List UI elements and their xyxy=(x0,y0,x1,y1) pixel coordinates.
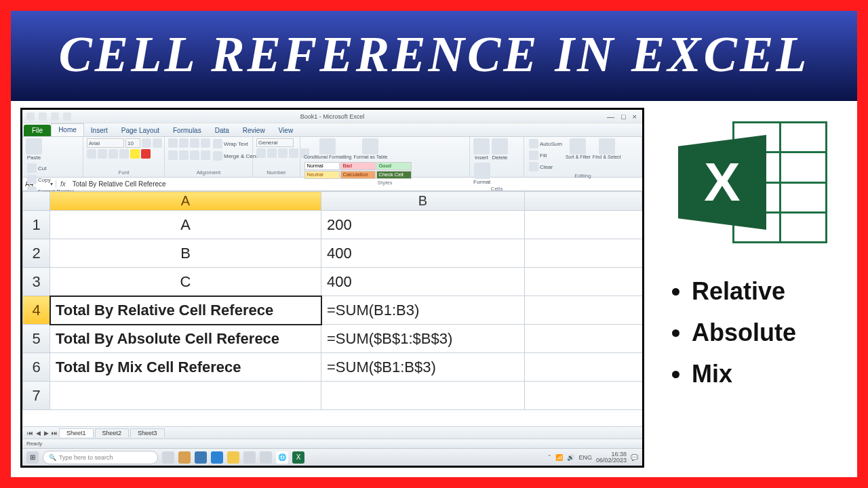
insert-cells-icon[interactable] xyxy=(473,138,490,155)
cell-B1[interactable]: 200 xyxy=(321,211,525,239)
cell-styles-gallery[interactable]: NormalBadGoodNeutralCalculationCheck Cel… xyxy=(304,161,416,179)
tab-review[interactable]: Review xyxy=(236,125,272,136)
sort-filter-icon[interactable] xyxy=(570,138,586,155)
taskbar-app-1[interactable] xyxy=(178,451,191,464)
edge-icon[interactable] xyxy=(211,451,223,464)
cell-rest-2[interactable] xyxy=(525,239,642,268)
italic-icon[interactable] xyxy=(98,149,107,159)
tab-file[interactable]: File xyxy=(24,125,51,136)
quick-access-toolbar[interactable] xyxy=(22,113,71,121)
maximize-icon[interactable]: □ xyxy=(621,113,626,121)
tray-wifi-icon[interactable]: 📶 xyxy=(555,454,563,461)
tab-nav-prev-icon[interactable]: ◀ xyxy=(35,430,41,436)
currency-icon[interactable] xyxy=(256,148,266,158)
explorer-icon[interactable] xyxy=(227,451,239,464)
copy-button[interactable]: Copy xyxy=(26,174,75,185)
cell-grid[interactable]: A B 1A2002B4003C4004Total By Relative Ce… xyxy=(22,191,642,426)
start-button[interactable]: ⊞ xyxy=(26,451,39,464)
cell-B2[interactable]: 400 xyxy=(321,239,525,268)
style-neutral[interactable]: Neutral xyxy=(304,171,340,179)
tab-view[interactable]: View xyxy=(272,125,300,136)
grow-font-icon[interactable] xyxy=(142,138,151,148)
tab-home[interactable]: Home xyxy=(51,123,84,136)
align-top-icon[interactable] xyxy=(168,138,178,148)
fill-button[interactable]: Fill xyxy=(528,150,564,161)
task-view-icon[interactable] xyxy=(162,451,174,464)
paste-icon[interactable] xyxy=(26,138,42,155)
cell-A2[interactable]: B xyxy=(50,239,321,268)
row-header-4[interactable]: 4 xyxy=(23,296,50,325)
bold-icon[interactable] xyxy=(87,149,96,159)
border-icon[interactable] xyxy=(119,149,129,159)
format-cells-icon[interactable] xyxy=(474,163,490,179)
row-header-5[interactable]: 5 xyxy=(23,325,50,353)
format-as-table-icon[interactable] xyxy=(362,138,378,155)
notifications-icon[interactable]: 💬 xyxy=(631,454,638,461)
col-header-B[interactable]: B xyxy=(321,192,525,211)
cell-rest-6[interactable] xyxy=(525,353,642,382)
cell-A1[interactable]: A xyxy=(50,211,321,239)
conditional-formatting-icon[interactable] xyxy=(319,138,336,155)
find-select-icon[interactable] xyxy=(599,138,615,155)
taskbar-search[interactable]: 🔍 Type here to search xyxy=(43,451,158,464)
delete-cells-icon[interactable] xyxy=(492,138,508,155)
select-all-corner[interactable] xyxy=(23,192,50,211)
tray-volume-icon[interactable]: 🔊 xyxy=(567,454,574,461)
col-header-rest[interactable] xyxy=(525,192,642,211)
redo-icon[interactable] xyxy=(63,113,71,121)
row-header-6[interactable]: 6 xyxy=(23,353,50,382)
excel-taskbar-icon[interactable]: X xyxy=(292,451,304,464)
style-check-cell[interactable]: Check Cell xyxy=(376,171,412,179)
clear-button[interactable]: Clear xyxy=(528,161,564,172)
style-calculation[interactable]: Calculation xyxy=(340,171,376,179)
cell-rest-4[interactable] xyxy=(525,296,642,325)
sheet-tab-2[interactable]: Sheet2 xyxy=(95,428,130,437)
cell-A5[interactable]: Total By Absolute Cell Referece xyxy=(50,325,321,353)
sheet-tab-1[interactable]: Sheet1 xyxy=(59,428,94,437)
cell-B4[interactable]: =SUM(B1:B3) xyxy=(321,296,525,325)
tab-nav-last-icon[interactable]: ⏭ xyxy=(51,430,58,436)
cell-B6[interactable]: =SUM($B1:B$3) xyxy=(321,353,525,382)
comma-icon[interactable] xyxy=(278,148,288,158)
cell-rest-5[interactable] xyxy=(525,325,642,353)
orientation-icon[interactable] xyxy=(201,138,210,148)
tab-nav-next-icon[interactable]: ▶ xyxy=(43,430,50,436)
cell-B5[interactable]: =SUM($B$1:$B$3) xyxy=(321,325,525,353)
cell-B3[interactable]: 400 xyxy=(321,268,525,296)
indent-dec-icon[interactable] xyxy=(201,150,210,160)
cut-button[interactable]: Cut xyxy=(26,163,75,174)
percent-icon[interactable] xyxy=(267,148,277,158)
cell-B7[interactable] xyxy=(321,382,525,410)
taskbar-app-3[interactable] xyxy=(243,451,256,464)
cell-rest-3[interactable] xyxy=(525,268,642,296)
align-left-icon[interactable] xyxy=(168,150,178,160)
sheet-tab-3[interactable]: Sheet3 xyxy=(130,428,165,437)
style-bad[interactable]: Bad xyxy=(340,162,376,170)
tab-insert[interactable]: Insert xyxy=(84,125,115,136)
style-good[interactable]: Good xyxy=(376,162,412,170)
cell-A3[interactable]: C xyxy=(50,268,321,296)
taskbar-app-4[interactable] xyxy=(260,451,272,464)
tab-page-layout[interactable]: Page Layout xyxy=(115,125,166,136)
cell-rest-7[interactable] xyxy=(525,382,642,410)
tab-nav-first-icon[interactable]: ⏮ xyxy=(26,430,33,436)
autosum-button[interactable]: AutoSum xyxy=(528,138,564,149)
taskbar-app-2[interactable] xyxy=(195,451,207,464)
row-header-2[interactable]: 2 xyxy=(23,239,50,268)
font-size-select[interactable]: 10 xyxy=(125,138,140,148)
save-icon[interactable] xyxy=(39,113,47,121)
align-right-icon[interactable] xyxy=(190,150,199,160)
align-bottom-icon[interactable] xyxy=(190,138,199,148)
row-header-1[interactable]: 1 xyxy=(23,211,50,239)
tab-formulas[interactable]: Formulas xyxy=(166,125,208,136)
fill-color-icon[interactable] xyxy=(130,149,140,159)
wrap-text-button[interactable]: Wrap Text xyxy=(212,138,250,149)
col-header-A[interactable]: A xyxy=(50,192,321,211)
shrink-font-icon[interactable] xyxy=(153,138,162,148)
cell-A4[interactable]: Total By Relative Cell Referece xyxy=(50,296,321,325)
align-center-icon[interactable] xyxy=(179,150,189,160)
font-name-select[interactable]: Arial xyxy=(87,138,124,148)
style-normal[interactable]: Normal xyxy=(304,162,340,170)
font-color-icon[interactable] xyxy=(141,149,151,159)
align-middle-icon[interactable] xyxy=(179,138,189,148)
